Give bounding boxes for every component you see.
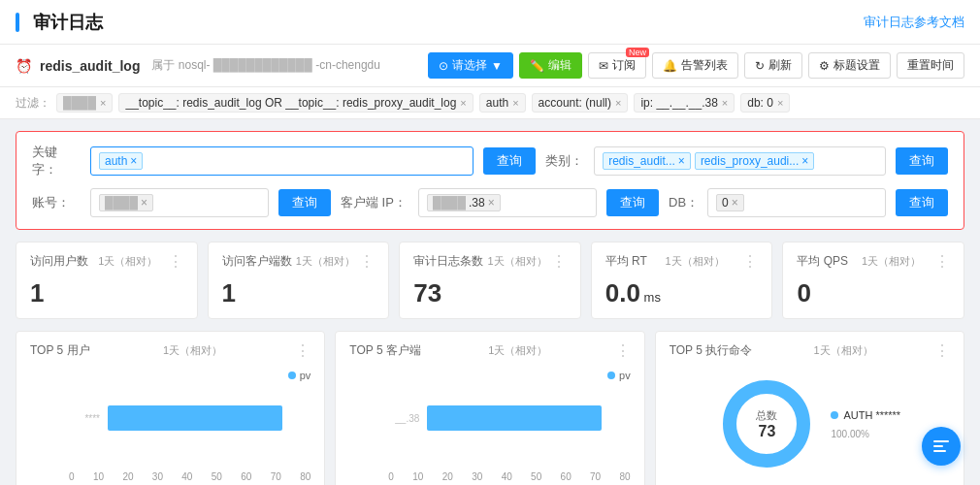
chart-period: 1天（相对） [814, 343, 873, 358]
category-label: 类别： [545, 152, 584, 170]
donut-total-value: 73 [756, 423, 777, 440]
more-icon[interactable]: ⋮ [551, 252, 567, 271]
donut-legend-item: AUTH ****** [831, 409, 900, 421]
filter-row: 过滤： ████ × __topic__: redis_audit_log OR… [0, 87, 980, 119]
donut-center: 总数 73 [756, 408, 777, 440]
subscribe-btn[interactable]: ✉ 订阅 New [588, 52, 646, 79]
donut-legend: AUTH ****** 100.00% [831, 409, 900, 439]
keyword-tag: auth × [99, 152, 143, 170]
account-input[interactable]: ████ × [90, 188, 269, 217]
bar-area: **** [69, 389, 310, 463]
account-tag: ████ × [99, 194, 153, 211]
donut-total-label: 总数 [756, 408, 777, 423]
log-icon: ⏰ [16, 58, 32, 74]
chart-card: TOP 5 执行命令 1天（相对） ⋮ 总数 73 [655, 331, 964, 485]
stat-period: 1天（相对） [98, 254, 157, 269]
keyword-input[interactable]: auth × [90, 146, 474, 176]
stat-period: 1天（相对） [296, 254, 355, 269]
db-label: DB： [669, 194, 698, 211]
filter-close-4[interactable]: × [722, 97, 728, 109]
chart-period: 1天（相对） [488, 343, 547, 358]
account-query-btn[interactable]: 查询 [278, 189, 331, 216]
chart-header: TOP 5 执行命令 1天（相对） ⋮ [670, 341, 950, 360]
more-icon[interactable]: ⋮ [168, 252, 183, 271]
category-tag-1: redis_audit... × [603, 152, 691, 170]
legend-label: pv [300, 370, 311, 381]
keyword-tag-close[interactable]: × [130, 154, 137, 168]
bar-chart-area: pv __.38 01020304050607080 [349, 366, 630, 482]
more-icon[interactable]: ⋮ [934, 252, 950, 271]
more-icon[interactable]: ⋮ [742, 252, 758, 271]
bar-area: __.38 [388, 389, 630, 463]
stat-header: 平均 RT 1天（相对） ⋮ [605, 252, 759, 271]
svg-rect-2 [933, 440, 949, 442]
keyword-label: 关键字： [32, 144, 81, 178]
toolbar-buttons: ⊙ 请选择 ▼ ✏️ 编辑 ✉ 订阅 New 🔔 告警列表 ↻ 刷新 ⚙ 标题设… [428, 52, 964, 79]
stat-card: 平均 QPS 1天（相对） ⋮ 0 [782, 242, 964, 319]
chart-card: TOP 5 客户端 1天（相对） ⋮ pv __.38 [335, 331, 644, 485]
select-icon: ⊙ [439, 59, 448, 73]
search-panel: 关键字： auth × 查询 类别： redis_audit... × redi… [16, 131, 964, 230]
reset-time-btn[interactable]: 重置时间 [897, 52, 964, 79]
refresh-btn[interactable]: ↻ 刷新 [744, 52, 802, 79]
label-settings-btn[interactable]: ⚙ 标题设置 [808, 52, 891, 79]
page-title: 审计日志 [16, 11, 103, 34]
stat-header: 访问客户端数 1天（相对） ⋮ [222, 252, 376, 271]
db-query-btn[interactable]: 查询 [896, 189, 948, 216]
alert-btn[interactable]: 🔔 告警列表 [652, 52, 738, 79]
filter-close-5[interactable]: × [777, 97, 783, 109]
donut-pct: 100.00% [831, 429, 900, 439]
bar-rect [108, 405, 282, 431]
stat-card: 访问客户端数 1天（相对） ⋮ 1 [208, 242, 390, 319]
filter-close-2[interactable]: × [512, 97, 518, 109]
cat-tag2-close[interactable]: × [801, 154, 808, 168]
db-input[interactable]: 0 × [707, 188, 886, 217]
donut-wrap: 总数 73 AUTH ****** 100.00% [670, 366, 950, 482]
doc-link[interactable]: 审计日志参考文档 [864, 14, 964, 31]
filter-tag-0: ████ × [56, 93, 113, 113]
bar-rect [427, 405, 602, 431]
more-icon[interactable]: ⋮ [359, 252, 375, 271]
refresh-icon: ↻ [755, 59, 765, 73]
stat-value: 0 [797, 278, 950, 308]
account-tag-close[interactable]: × [141, 196, 147, 210]
category-tag-2: redis_proxy_audi... × [695, 152, 814, 170]
chart-title: TOP 5 客户端 [349, 342, 421, 359]
search-row-1: 关键字： auth × 查询 类别： redis_audit... × redi… [32, 144, 948, 178]
ip-query-btn[interactable]: 查询 [606, 189, 659, 216]
filter-close-3[interactable]: × [615, 97, 621, 109]
filter-close-1[interactable]: × [460, 97, 466, 109]
legend-label: pv [619, 370, 631, 381]
stat-period: 1天（相对） [487, 254, 546, 269]
category-input[interactable]: redis_audit... × redis_proxy_audi... × [594, 146, 886, 176]
svg-rect-4 [933, 450, 946, 452]
stat-title: 访问用户数 [30, 253, 88, 270]
x-axis: 01020304050607080 [388, 471, 630, 482]
chart-more-icon[interactable]: ⋮ [295, 341, 310, 360]
float-button[interactable] [922, 427, 961, 466]
edit-btn[interactable]: ✏️ 编辑 [519, 52, 582, 79]
chart-more-icon[interactable]: ⋮ [934, 341, 950, 360]
stat-title: 审计日志条数 [413, 253, 483, 270]
stat-value: 1 [222, 278, 376, 308]
keyword-query-btn[interactable]: 查询 [483, 147, 536, 175]
category-query-btn[interactable]: 查询 [896, 147, 948, 175]
stat-title: 平均 QPS [797, 253, 848, 270]
client-ip-input[interactable]: ████.38 × [418, 188, 597, 217]
filter-tag-3: account: (null) × [532, 93, 629, 113]
cat-tag1-close[interactable]: × [678, 154, 685, 168]
legend-dot [607, 372, 615, 379]
db-tag: 0 × [716, 194, 744, 211]
stat-card: 访问用户数 1天（相对） ⋮ 1 [16, 242, 198, 319]
db-tag-close[interactable]: × [732, 196, 738, 210]
filter-close-0[interactable]: × [100, 97, 106, 109]
chart-title: TOP 5 用户 [30, 342, 90, 359]
svg-rect-3 [933, 445, 943, 447]
stat-title: 访问客户端数 [222, 253, 292, 270]
select-btn[interactable]: ⊙ 请选择 ▼ [428, 52, 513, 79]
stat-header: 访问用户数 1天（相对） ⋮ [30, 252, 183, 271]
chart-period: 1天（相对） [163, 343, 222, 358]
log-source: 属于 nosql- ████████████ -cn-chengdu [151, 57, 379, 74]
ip-tag-close[interactable]: × [488, 196, 495, 210]
chart-more-icon[interactable]: ⋮ [615, 341, 631, 360]
